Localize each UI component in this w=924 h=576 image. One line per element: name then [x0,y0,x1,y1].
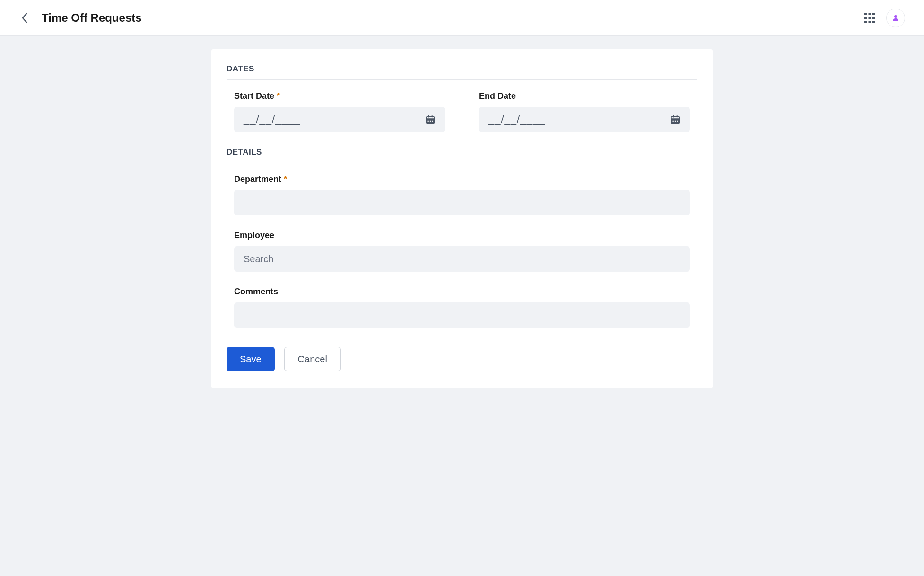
start-date-placeholder: __/__/____ [244,113,425,126]
svg-rect-25 [675,120,676,120]
section-title-details: DETAILS [227,147,697,163]
end-date-label-text: End Date [479,91,516,101]
svg-rect-3 [864,17,867,19]
start-date-input[interactable]: __/__/____ [234,107,445,132]
main-content: DATES Start Date * __/__/____ [202,49,722,388]
user-icon [891,14,900,22]
dates-row: Start Date * __/__/____ [227,91,697,132]
comments-field: Comments [227,287,697,328]
user-avatar[interactable] [886,9,905,27]
department-field: Department * [227,174,697,215]
svg-rect-6 [864,21,867,23]
employee-label: Employee [234,231,690,241]
start-date-field: Start Date * __/__/____ [234,91,445,132]
comments-input[interactable] [234,302,690,328]
employee-input[interactable] [234,246,690,272]
back-button[interactable] [19,12,30,24]
svg-rect-8 [872,21,875,23]
svg-rect-1 [869,13,871,15]
svg-point-9 [894,15,897,18]
start-date-required: * [277,91,280,101]
svg-rect-19 [432,121,433,122]
calendar-icon[interactable] [670,114,680,125]
svg-rect-26 [677,120,678,120]
start-date-label: Start Date * [234,91,445,101]
svg-rect-16 [432,120,433,120]
cancel-button[interactable]: Cancel [284,347,341,371]
svg-rect-28 [675,121,676,122]
apps-button[interactable] [864,13,875,23]
apps-grid-icon [864,13,875,23]
end-date-input[interactable]: __/__/____ [479,107,690,132]
svg-rect-21 [671,118,680,123]
page-title: Time Off Requests [42,11,142,25]
department-input[interactable] [234,190,690,215]
svg-rect-2 [872,13,875,15]
employee-field: Employee [227,231,697,272]
header-right [864,9,905,27]
svg-rect-15 [430,120,431,120]
svg-rect-5 [872,17,875,19]
comments-label: Comments [234,287,690,297]
form-card: DATES Start Date * __/__/____ [211,49,713,388]
svg-rect-17 [428,121,429,122]
svg-rect-0 [864,13,867,15]
svg-rect-11 [427,118,435,123]
svg-rect-18 [430,121,431,122]
start-date-label-text: Start Date [234,91,274,101]
chevron-left-icon [21,13,28,23]
calendar-svg-icon [425,114,436,125]
button-row: Save Cancel [227,347,697,371]
page-header: Time Off Requests [0,0,924,36]
svg-rect-29 [677,121,678,122]
svg-rect-4 [869,17,871,19]
svg-rect-14 [428,120,429,120]
end-date-label: End Date [479,91,690,101]
svg-rect-7 [869,21,871,23]
svg-rect-27 [673,121,674,122]
calendar-svg-icon [670,114,680,125]
end-date-field: End Date __/__/____ [479,91,690,132]
header-left: Time Off Requests [19,11,142,25]
department-label: Department * [234,174,690,184]
svg-rect-24 [673,120,674,120]
end-date-placeholder: __/__/____ [488,113,670,126]
department-required: * [284,174,287,184]
section-title-dates: DATES [227,64,697,80]
calendar-icon[interactable] [425,114,436,125]
save-button[interactable]: Save [227,347,275,371]
department-label-text: Department [234,174,281,184]
